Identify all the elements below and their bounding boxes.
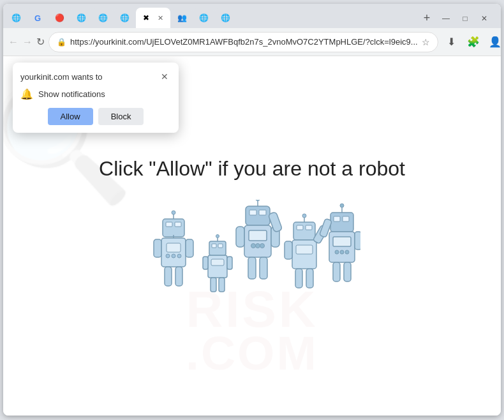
svg-rect-32	[249, 230, 267, 241]
popup-notification-row: 🔔 Show notifications	[20, 88, 171, 100]
tab-2[interactable]: G	[27, 8, 48, 28]
svg-point-9	[172, 254, 175, 258]
tab-4-favicon: 🌐	[76, 13, 86, 23]
reload-button[interactable]: ↻	[36, 33, 45, 52]
maximize-button[interactable]: □	[456, 11, 474, 26]
tab-3-favicon: 🔴	[54, 13, 64, 23]
page-content: 🔍 RISK .COM yourkinit.com wants to ✕ 🔔 S…	[3, 56, 501, 416]
svg-rect-25	[227, 257, 232, 269]
main-message: Click "Allow" if you are not a robot	[99, 157, 405, 181]
svg-rect-24	[203, 257, 208, 269]
tab-active-close[interactable]: ✕	[155, 13, 165, 23]
svg-rect-23	[219, 278, 225, 292]
svg-rect-1	[166, 222, 172, 227]
robots-svg	[144, 200, 360, 315]
svg-rect-39	[248, 257, 256, 279]
svg-point-59	[335, 250, 339, 254]
forward-button[interactable]: →	[22, 33, 33, 52]
svg-rect-53	[334, 216, 340, 221]
svg-rect-21	[211, 259, 224, 266]
browser-window: 🌐 G 🔴 🌐 🌐 🌐 ✖ ✕ 👥 🌐 🌐 +	[3, 4, 501, 416]
svg-point-34	[256, 244, 260, 248]
allow-button[interactable]: Allow	[48, 108, 93, 125]
close-button[interactable]: ✕	[475, 11, 493, 26]
svg-rect-50	[295, 269, 302, 288]
download-button[interactable]: ⬇	[442, 33, 461, 52]
popup-buttons: Allow Block	[20, 108, 171, 125]
svg-rect-63	[355, 232, 360, 250]
svg-rect-54	[343, 216, 349, 221]
svg-rect-40	[260, 257, 267, 279]
tab-active[interactable]: ✖ ✕	[136, 8, 170, 28]
svg-rect-57	[329, 232, 355, 262]
svg-rect-17	[218, 244, 223, 248]
lock-icon: 🔒	[57, 38, 66, 47]
toolbar-actions: ⬇ 🧩 👤 ⋮	[442, 33, 501, 52]
tab-8-favicon: 👥	[177, 13, 187, 23]
popup-header: yourkinit.com wants to ✕	[20, 70, 171, 83]
svg-point-56	[340, 204, 344, 207]
svg-point-5	[172, 211, 175, 214]
svg-rect-2	[175, 222, 181, 227]
svg-rect-0	[163, 219, 184, 237]
svg-rect-22	[211, 278, 216, 292]
svg-rect-41	[293, 222, 315, 240]
tab-10[interactable]: 🌐	[215, 8, 235, 28]
svg-rect-11	[154, 239, 161, 257]
svg-rect-13	[165, 267, 172, 286]
tab-6[interactable]: 🌐	[114, 8, 135, 28]
svg-rect-15	[209, 241, 226, 255]
svg-rect-27	[249, 210, 256, 215]
svg-rect-14	[175, 267, 182, 286]
extensions-button[interactable]: 🧩	[464, 33, 483, 52]
svg-rect-20	[208, 255, 227, 278]
popup-title: yourkinit.com wants to	[20, 72, 103, 82]
tab-1-favicon: 🌐	[11, 13, 21, 23]
tab-10-favicon: 🌐	[220, 13, 230, 23]
tab-8[interactable]: 👥	[172, 8, 192, 28]
svg-rect-16	[212, 244, 216, 248]
svg-rect-42	[297, 225, 303, 230]
tab-active-favicon: ✖	[141, 13, 151, 23]
tab-5-favicon: 🌐	[98, 13, 108, 23]
tab-2-favicon: G	[33, 13, 43, 23]
svg-point-60	[340, 250, 344, 254]
svg-rect-26	[246, 206, 270, 225]
svg-rect-52	[330, 213, 353, 232]
svg-rect-58	[333, 237, 351, 246]
back-button[interactable]: ←	[8, 33, 19, 52]
svg-point-19	[216, 235, 219, 238]
svg-rect-65	[344, 262, 351, 281]
minimize-button[interactable]: —	[437, 11, 455, 26]
new-tab-button[interactable]: +	[418, 9, 436, 27]
svg-point-61	[345, 250, 349, 254]
notification-text: Show notifications	[38, 89, 105, 99]
block-button[interactable]: Block	[98, 108, 144, 125]
toolbar: ← → ↻ 🔒 https://yourkinit.com/UjELOVetZ0…	[3, 28, 501, 56]
svg-point-33	[251, 244, 256, 248]
tab-1[interactable]: 🌐	[6, 8, 26, 28]
tab-6-favicon: 🌐	[119, 13, 130, 23]
svg-point-35	[260, 244, 265, 248]
svg-rect-64	[333, 262, 340, 281]
svg-point-10	[177, 254, 181, 258]
tab-4[interactable]: 🌐	[71, 8, 91, 28]
popup-close-button[interactable]: ✕	[158, 70, 171, 83]
watermark-text-bottom: .COM	[186, 326, 318, 380]
svg-rect-51	[306, 269, 313, 288]
svg-rect-12	[186, 239, 193, 257]
bookmark-icon[interactable]: ☆	[422, 37, 430, 47]
svg-point-45	[302, 214, 306, 218]
tab-9[interactable]: 🌐	[193, 8, 214, 28]
svg-point-8	[166, 254, 170, 258]
svg-rect-47	[296, 245, 313, 254]
url-text: https://yourkinit.com/UjELOVetZ0MR1AWFBq…	[70, 37, 418, 47]
svg-rect-36	[236, 227, 244, 247]
profile-button[interactable]: 👤	[485, 33, 501, 52]
svg-point-30	[256, 200, 260, 201]
tab-3[interactable]: 🔴	[49, 8, 70, 28]
address-bar[interactable]: 🔒 https://yourkinit.com/UjELOVetZ0MR1AWF…	[48, 32, 438, 52]
svg-rect-28	[259, 210, 266, 215]
tab-9-favicon: 🌐	[198, 13, 209, 23]
tab-5[interactable]: 🌐	[93, 8, 113, 28]
